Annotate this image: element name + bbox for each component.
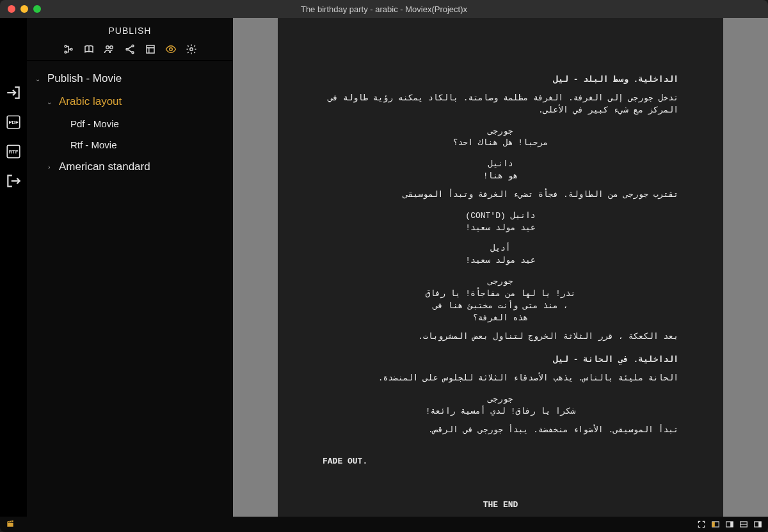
title-bar: The birthday party - arabic - Moviex(Pro… [0,0,768,18]
dialogue-text: شكرا يا رفاق! لدي أمسية رائعة! [425,406,576,418]
layout-controls [696,520,763,529]
tree-label: Rtf - Movie [70,139,117,150]
clapperboard-icon[interactable] [5,519,15,530]
dialogue-text: عيد مولد سعيد! [425,223,576,235]
action-text: تقترب جورجى من الطاولة. فجأة تضيء الغرفة… [323,189,678,201]
tree-item-arabic-layout[interactable]: ⌄ Arabic layout [27,90,233,113]
action-text: بعد الكعكة ، قرر الثلاثة الخروج لتناول ب… [323,331,678,343]
svg-text:RTF: RTF [9,149,19,155]
panel-left-icon[interactable] [710,520,721,529]
scene-heading: الداخلية. وسط البلد - ليل [323,74,678,86]
chevron-right-icon: › [45,164,54,171]
sidebar-title: PUBLISH [27,18,233,41]
svg-rect-18 [730,522,733,527]
action-text: تدخل جورجى إلى الغرفة. الغرفة مظلمة وصام… [323,93,678,117]
svg-text:PDF: PDF [8,120,19,125]
status-bar [0,517,768,532]
rtf-icon[interactable]: RTF [5,143,22,160]
eye-icon[interactable] [165,43,177,55]
maximize-window-button[interactable] [33,5,41,13]
screenplay-page: الداخلية. وسط البلد - ليل تدخل جورجى إلى… [278,18,723,517]
close-window-button[interactable] [8,5,15,13]
dialogue-text: عيد مولد سعيد! [425,255,576,267]
left-rail: PDF RTF [0,18,27,517]
sidebar: PUBLISH [27,18,233,517]
tree-item-publish-movie[interactable]: ⌄ Publish - Movie [27,67,233,90]
window-controls [8,5,41,13]
main-area: PDF RTF PUBLISH [0,18,768,517]
svg-point-4 [65,45,67,47]
gear-icon[interactable] [186,43,197,55]
fullscreen-icon[interactable] [696,520,707,529]
document-preview[interactable]: الداخلية. وسط البلد - ليل تدخل جورجى إلى… [233,18,768,517]
the-end-text: THE END [323,499,678,512]
action-text: الحانة مليئة بالناس. يذهب الأصدقاء الثلا… [323,373,678,385]
svg-point-9 [132,45,134,47]
tree-item-pdf-movie[interactable]: Pdf - Movie [27,113,233,134]
character-name: جورجى [323,394,678,406]
scene-heading: الداخلية. في الحانة - ليل [323,354,678,366]
character-name: جورجى [323,126,678,138]
svg-point-10 [126,49,128,51]
character-name: دانيل [323,159,678,171]
svg-rect-21 [758,522,761,527]
panel-split-icon[interactable] [753,520,763,529]
svg-point-7 [106,46,109,49]
character-name: أديل [323,243,678,255]
share-icon[interactable] [124,43,136,55]
svg-point-14 [190,48,193,51]
panel-right-icon[interactable] [724,520,735,529]
svg-point-5 [65,51,67,53]
tree-label: American standard [59,160,150,173]
dialogue-text: نذر! يا لها من مفاجأة! يا رفاق ، منذ متى… [425,288,576,325]
chevron-down-icon: ⌄ [45,98,54,106]
tree-label: Publish - Movie [47,72,122,85]
window-title: The birthday party - arabic - Moviex(Pro… [301,4,467,14]
svg-rect-16 [712,522,715,527]
import-icon[interactable] [5,84,22,101]
tree-label: Pdf - Movie [70,118,119,129]
svg-point-11 [132,52,134,54]
publish-tree: ⌄ Publish - Movie ⌄ Arabic layout Pdf - … [27,61,233,185]
tree-icon[interactable] [63,43,74,55]
panel-center-icon[interactable] [739,520,749,529]
pdf-icon[interactable]: PDF [5,114,22,130]
book-icon[interactable] [83,43,95,55]
svg-rect-12 [147,45,154,53]
tree-item-american-standard[interactable]: › American standard [27,155,233,178]
dialogue-text: هو هنا! [425,171,576,183]
action-text: تبدأ الموسيقى. الأضواء منخفضة. يبدأ جورج… [323,425,678,437]
sidebar-toolbar [27,41,233,61]
svg-point-8 [110,46,113,49]
users-icon[interactable] [104,43,115,55]
tree-item-rtf-movie[interactable]: Rtf - Movie [27,134,233,155]
layout-icon[interactable] [145,43,156,55]
dialogue-text: مرحبا! هل هناك احد؟ [425,137,576,150]
transition-text: FADE OUT. [323,456,678,468]
character-name: دانيل (CONT'D) [323,210,678,223]
svg-point-6 [70,49,72,51]
chevron-down-icon: ⌄ [33,75,42,82]
svg-point-13 [170,48,173,51]
tree-label: Arabic layout [59,95,122,108]
minimize-window-button[interactable] [20,5,28,13]
export-icon[interactable] [5,173,22,189]
character-name: جورجى [323,276,678,288]
